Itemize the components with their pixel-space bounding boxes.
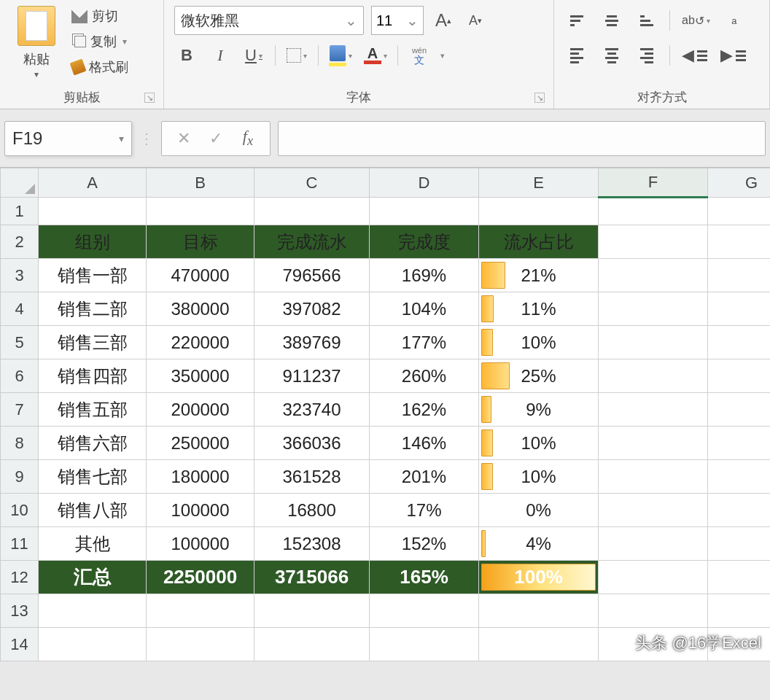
format-painter-button[interactable]: 格式刷 <box>71 58 128 76</box>
cell[interactable]: 其他 <box>39 527 147 561</box>
col-header-C[interactable]: C <box>254 168 370 198</box>
cut-button[interactable]: 剪切 <box>71 7 128 25</box>
cell[interactable]: 25% <box>479 359 599 393</box>
cell[interactable]: 911237 <box>254 359 370 393</box>
cell[interactable]: 146% <box>370 427 479 460</box>
row-header[interactable]: 4 <box>1 292 39 326</box>
cell[interactable]: 销售六部 <box>39 427 147 460</box>
cell[interactable]: 销售四部 <box>39 359 147 393</box>
insert-function-button[interactable]: fx <box>235 127 261 149</box>
cell[interactable] <box>254 198 370 225</box>
cell[interactable] <box>147 594 254 628</box>
border-button[interactable]: ▾ <box>284 41 309 70</box>
align-left-button[interactable] <box>564 41 589 70</box>
cell[interactable]: 100000 <box>147 527 254 561</box>
chevron-down-icon[interactable]: ▾ <box>122 36 127 47</box>
cell[interactable] <box>254 594 370 628</box>
shrink-font-button[interactable]: A▾ <box>463 6 488 35</box>
cell[interactable] <box>599 225 708 259</box>
row-header[interactable]: 12 <box>1 561 39 594</box>
paste-button[interactable]: 粘贴 ▾ <box>6 3 67 79</box>
cell[interactable]: 361528 <box>254 460 370 494</box>
cell[interactable] <box>599 359 708 393</box>
cell[interactable]: 21% <box>479 259 599 292</box>
cell[interactable] <box>708 359 771 393</box>
name-box[interactable]: F19 ▾ <box>4 121 132 156</box>
row-header[interactable]: 10 <box>1 494 39 527</box>
cell[interactable]: 0% <box>479 494 599 527</box>
bold-button[interactable]: B <box>174 41 199 70</box>
col-header-F[interactable]: F <box>599 168 708 198</box>
cell[interactable]: 380000 <box>147 292 254 326</box>
cell[interactable]: 169% <box>370 259 479 292</box>
row-header[interactable]: 3 <box>1 259 39 292</box>
cell[interactable]: 9% <box>479 393 599 427</box>
font-color-button[interactable]: A ▾ <box>362 41 389 70</box>
align-middle-button[interactable] <box>599 6 624 35</box>
table-header[interactable]: 组别 <box>39 225 147 259</box>
phonetic-guide-button[interactable]: wén 文 <box>407 41 432 70</box>
total-cell[interactable]: 100% <box>479 561 599 594</box>
cell[interactable] <box>370 198 479 225</box>
row-header[interactable]: 5 <box>1 326 39 359</box>
cell[interactable]: 销售五部 <box>39 393 147 427</box>
expand-handle[interactable]: ⋮ <box>139 130 154 147</box>
formula-input[interactable] <box>278 121 766 156</box>
cell[interactable] <box>599 460 708 494</box>
cell[interactable] <box>708 628 771 661</box>
chevron-down-icon[interactable]: ▾ <box>34 69 39 79</box>
total-cell[interactable]: 165% <box>370 561 479 594</box>
col-header-G[interactable]: G <box>708 168 771 198</box>
cell[interactable]: 10% <box>479 460 599 494</box>
cell[interactable]: 162% <box>370 393 479 427</box>
cell[interactable] <box>39 198 147 225</box>
cell[interactable] <box>599 494 708 527</box>
chevron-down-icon[interactable]: ▾ <box>119 133 124 144</box>
cell[interactable]: 104% <box>370 292 479 326</box>
cell[interactable] <box>599 292 708 326</box>
cell[interactable]: 389769 <box>254 326 370 359</box>
cell[interactable] <box>708 225 771 259</box>
cell[interactable]: 177% <box>370 326 479 359</box>
col-header-A[interactable]: A <box>39 168 147 198</box>
cell[interactable]: 销售三部 <box>39 326 147 359</box>
cell[interactable] <box>147 628 254 661</box>
align-bottom-button[interactable] <box>634 6 659 35</box>
shrink-to-fit-button[interactable]: a <box>722 6 747 35</box>
cell[interactable]: 366036 <box>254 427 370 460</box>
fill-color-button[interactable]: ▾ <box>327 41 354 70</box>
cell[interactable] <box>599 628 708 661</box>
grow-font-button[interactable]: A▴ <box>431 6 456 35</box>
row-header[interactable]: 6 <box>1 359 39 393</box>
confirm-button[interactable]: ✓ <box>203 129 229 148</box>
cancel-button[interactable]: ✕ <box>171 129 197 148</box>
table-header[interactable]: 完成流水 <box>254 225 370 259</box>
table-header[interactable]: 目标 <box>147 225 254 259</box>
align-right-button[interactable] <box>634 41 659 70</box>
cell[interactable] <box>370 594 479 628</box>
cell[interactable]: 16800 <box>254 494 370 527</box>
total-cell[interactable]: 2250000 <box>147 561 254 594</box>
cell[interactable] <box>479 594 599 628</box>
spreadsheet-grid[interactable]: A B C D E F G 1 2 组别 目标 完成流水 完成度 流水占比 3销… <box>0 168 770 661</box>
col-header-B[interactable]: B <box>147 168 254 198</box>
cell[interactable] <box>708 527 771 561</box>
cell[interactable]: 200000 <box>147 393 254 427</box>
font-size-dropdown[interactable]: 11 ⌄ <box>371 6 424 35</box>
cell[interactable] <box>599 427 708 460</box>
font-name-dropdown[interactable]: 微软雅黑 ⌄ <box>174 6 364 35</box>
cell[interactable]: 350000 <box>147 359 254 393</box>
cell[interactable]: 152% <box>370 527 479 561</box>
cell[interactable] <box>599 561 708 594</box>
cell[interactable]: 10% <box>479 326 599 359</box>
cell[interactable]: 11% <box>479 292 599 326</box>
cell[interactable] <box>599 393 708 427</box>
cell[interactable]: 销售一部 <box>39 259 147 292</box>
cell[interactable]: 260% <box>370 359 479 393</box>
table-header[interactable]: 流水占比 <box>479 225 599 259</box>
cell[interactable] <box>708 326 771 359</box>
row-header[interactable]: 11 <box>1 527 39 561</box>
row-header[interactable]: 9 <box>1 460 39 494</box>
cell[interactable] <box>599 259 708 292</box>
cell[interactable] <box>708 494 771 527</box>
